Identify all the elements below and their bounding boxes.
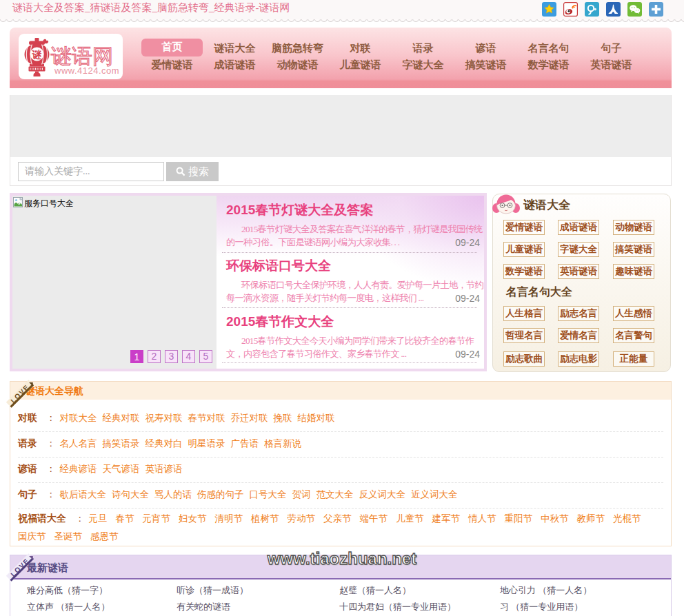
svg-text:谜: 谜	[32, 49, 42, 60]
